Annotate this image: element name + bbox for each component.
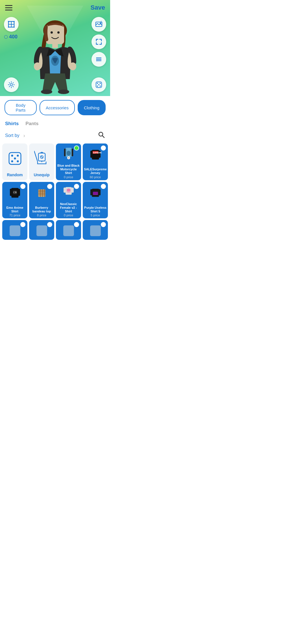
randomize-area bbox=[91, 77, 106, 92]
dice-button[interactable] bbox=[91, 77, 106, 92]
svg-point-23 bbox=[69, 62, 76, 70]
random-label: Random bbox=[6, 172, 24, 180]
purple-price: 5 price bbox=[90, 213, 101, 218]
left-panel bbox=[4, 17, 19, 32]
svg-point-36 bbox=[11, 155, 13, 157]
settings-button[interactable] bbox=[4, 77, 19, 92]
svg-point-13 bbox=[96, 58, 97, 58]
tab-pants[interactable]: Pants bbox=[25, 120, 38, 128]
item-select-dot bbox=[74, 222, 79, 227]
svg-text:CB: CB bbox=[13, 191, 17, 194]
item-extra-2[interactable] bbox=[29, 220, 54, 240]
unequip-label: Unequip bbox=[33, 172, 51, 180]
svg-point-4 bbox=[8, 21, 9, 22]
svg-point-19 bbox=[57, 31, 60, 34]
svg-point-74 bbox=[66, 188, 70, 192]
blue-moto-price: 0 price bbox=[63, 175, 74, 180]
item-extra-1[interactable] bbox=[2, 220, 27, 240]
svg-point-29 bbox=[100, 83, 101, 84]
item-select-dot bbox=[20, 184, 25, 189]
svg-point-5 bbox=[14, 21, 15, 22]
svg-rect-54 bbox=[90, 151, 93, 158]
list-button[interactable] bbox=[91, 52, 106, 67]
menu-button[interactable] bbox=[5, 5, 12, 10]
svg-rect-60 bbox=[18, 189, 20, 196]
item-unequip[interactable]: Unequip bbox=[29, 143, 54, 180]
sort-row: Sort by › bbox=[0, 129, 110, 142]
item-random[interactable]: Random bbox=[2, 143, 27, 180]
svg-rect-83 bbox=[63, 225, 74, 236]
svg-rect-77 bbox=[98, 189, 101, 195]
purple-label: Purple Useless Shirt 5 bbox=[83, 205, 108, 213]
supreme-price: 60 price bbox=[89, 175, 102, 180]
svg-point-9 bbox=[100, 23, 101, 24]
sub-tabs: Shirts Pants bbox=[0, 118, 110, 129]
svg-text:SUPREME: SUPREME bbox=[93, 152, 102, 154]
svg-point-31 bbox=[100, 86, 101, 87]
unequip-icon-area bbox=[29, 143, 54, 172]
svg-rect-82 bbox=[36, 225, 47, 236]
neoclassic-label: NeoClassic Female v2 - Shirt bbox=[56, 202, 81, 214]
item-neoclassic[interactable]: NeoClassic Female v2 - Shirt 0 price bbox=[56, 182, 81, 219]
emo-label: Emo Anime Shirt bbox=[2, 205, 27, 213]
svg-point-37 bbox=[17, 155, 19, 157]
background-button[interactable] bbox=[91, 17, 106, 32]
sort-label: Sort by bbox=[5, 133, 19, 138]
svg-line-43 bbox=[41, 156, 43, 158]
svg-rect-72 bbox=[64, 188, 66, 193]
svg-point-7 bbox=[14, 27, 15, 28]
svg-rect-59 bbox=[10, 189, 12, 196]
avatar-editor-button[interactable] bbox=[4, 17, 19, 32]
item-blue-moto[interactable]: Blue and Black Motorcycle Shirt 0 price bbox=[56, 143, 81, 180]
item-burberry[interactable]: Burberry bandeau top 8 price bbox=[29, 182, 54, 219]
tab-body-parts[interactable]: Body Parts bbox=[5, 100, 37, 115]
tab-accessories[interactable]: Accessories bbox=[40, 100, 75, 115]
svg-point-24 bbox=[41, 90, 52, 94]
svg-rect-73 bbox=[71, 188, 74, 193]
random-icon-area bbox=[2, 143, 27, 172]
svg-point-26 bbox=[10, 84, 12, 86]
svg-point-38 bbox=[11, 160, 13, 162]
svg-point-6 bbox=[8, 27, 9, 28]
avatar-character bbox=[27, 14, 83, 96]
avatar-section: Save ⬡ 400 bbox=[0, 0, 110, 96]
svg-point-28 bbox=[97, 83, 98, 84]
svg-rect-17 bbox=[46, 25, 64, 44]
search-button[interactable] bbox=[98, 131, 105, 140]
item-emo[interactable]: CB Emo Anime Shirt 71 price bbox=[2, 182, 27, 219]
svg-point-15 bbox=[96, 60, 97, 61]
item-extra-3[interactable] bbox=[56, 220, 81, 240]
item-select-dot bbox=[101, 145, 106, 151]
burberry-label: Burberry bandeau top bbox=[29, 205, 54, 213]
currency-row: ⬡ 400 bbox=[4, 34, 18, 40]
svg-point-30 bbox=[97, 86, 98, 87]
svg-point-18 bbox=[51, 31, 53, 34]
item-purple[interactable]: Purple Useless Shirt 5 5 price bbox=[83, 182, 108, 219]
tab-shirts[interactable]: Shirts bbox=[5, 120, 19, 128]
svg-line-44 bbox=[34, 151, 38, 162]
svg-point-14 bbox=[96, 59, 97, 60]
expand-button[interactable] bbox=[91, 34, 106, 49]
svg-point-22 bbox=[34, 62, 41, 70]
svg-point-40 bbox=[14, 158, 16, 160]
svg-rect-81 bbox=[10, 225, 20, 236]
item-select-dot bbox=[47, 222, 52, 227]
item-extra-4[interactable] bbox=[83, 220, 108, 240]
svg-point-3 bbox=[11, 24, 12, 25]
sort-arrow: › bbox=[23, 133, 25, 139]
right-panel bbox=[91, 17, 106, 67]
item-supreme[interactable]: SUPREME SALESurpreme Jersey 60 price bbox=[83, 143, 108, 180]
emo-price: 71 price bbox=[8, 213, 21, 218]
currency-icon: ⬡ bbox=[4, 34, 8, 40]
save-button[interactable]: Save bbox=[91, 4, 105, 11]
supreme-label: SALESurpreme Jersey bbox=[83, 167, 108, 175]
item-select-dot bbox=[74, 184, 79, 189]
svg-point-39 bbox=[17, 160, 19, 162]
svg-point-25 bbox=[58, 90, 69, 94]
item-select-dot bbox=[101, 184, 106, 189]
tab-clothing[interactable]: Clothing bbox=[78, 100, 106, 115]
item-select-dot bbox=[74, 145, 79, 151]
settings-area bbox=[4, 77, 19, 92]
neoclassic-price: 0 price bbox=[63, 213, 74, 218]
svg-rect-84 bbox=[90, 225, 101, 236]
